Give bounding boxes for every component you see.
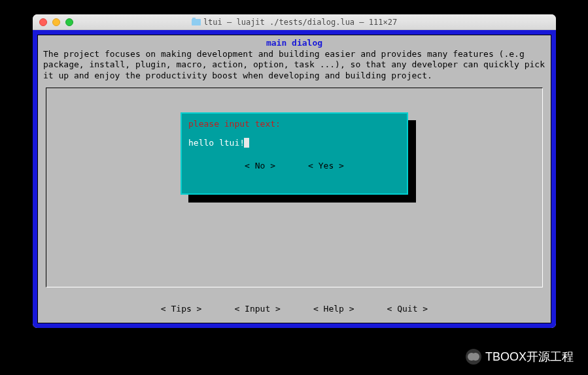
folder-icon: [192, 19, 201, 25]
watermark: TBOOX开源工程: [466, 349, 574, 365]
input-field[interactable]: hello ltui!: [188, 138, 400, 148]
help-button[interactable]: < Help >: [313, 304, 355, 314]
input-button[interactable]: < Input >: [234, 304, 280, 314]
dialog-button-row: < No > < Yes >: [188, 161, 400, 171]
quit-button[interactable]: < Quit >: [387, 304, 428, 314]
no-button[interactable]: < No >: [245, 161, 275, 171]
terminal-area: main dialog The project focuses on makin…: [33, 30, 556, 328]
main-dialog-title: main dialog: [38, 35, 551, 48]
terminal-window: ltui — luajit ./tests/dialog.lua — 111×2…: [33, 14, 556, 328]
yes-button[interactable]: < Yes >: [308, 161, 344, 171]
input-dialog-prompt: please input text:: [188, 119, 400, 129]
input-value: hello ltui!: [188, 138, 245, 148]
footer-button-row: < Tips > < Input > < Help > < Quit >: [38, 304, 551, 314]
tips-button[interactable]: < Tips >: [161, 304, 202, 314]
watermark-text: TBOOX开源工程: [485, 349, 574, 365]
main-dialog-description: The project focuses on making developmen…: [38, 48, 551, 85]
window-title: ltui — luajit ./tests/dialog.lua — 111×2…: [33, 18, 556, 27]
window-title-text: ltui — luajit ./tests/dialog.lua — 111×2…: [203, 18, 397, 27]
main-dialog-frame: main dialog The project focuses on makin…: [37, 35, 551, 323]
input-dialog: please input text: hello ltui! < No > < …: [181, 112, 408, 195]
text-cursor-icon: [244, 138, 249, 148]
titlebar: ltui — luajit ./tests/dialog.lua — 111×2…: [33, 14, 556, 30]
wechat-icon: [466, 349, 481, 365]
